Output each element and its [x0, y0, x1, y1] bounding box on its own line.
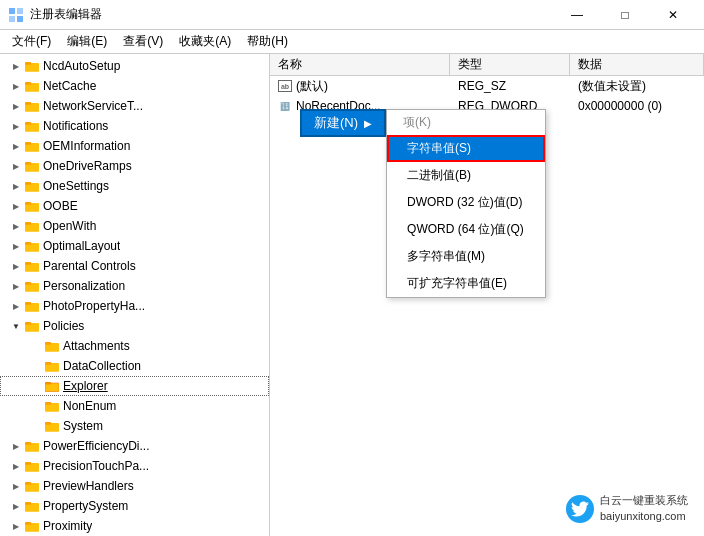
svg-rect-27 [25, 282, 31, 285]
tree-item-label: OOBE [43, 199, 78, 213]
tree-arrow [28, 358, 44, 374]
col-type: 类型 [450, 54, 570, 75]
tree-item[interactable]: ▶ OOBE [0, 196, 269, 216]
tree-item[interactable]: ▶ Parental Controls [0, 256, 269, 276]
window-title: 注册表编辑器 [30, 6, 554, 23]
tree-arrow: ▶ [8, 278, 24, 294]
tree-arrow: ▶ [8, 498, 24, 514]
tree-item[interactable]: ▶ OneDriveRamps [0, 156, 269, 176]
reg-icon: 🔢 [278, 100, 292, 112]
tree-item-label: PreviewHandlers [43, 479, 134, 493]
svg-rect-29 [25, 302, 31, 305]
tree-scroll[interactable]: ▶ NcdAutoSetup▶ NetCache▶ NetworkService… [0, 54, 269, 536]
svg-rect-11 [25, 122, 31, 125]
tree-item[interactable]: ▶ Personalization [0, 276, 269, 296]
folder-icon [24, 259, 40, 273]
tree-item[interactable]: ▶ OEMInformation [0, 136, 269, 156]
tree-item-label: System [63, 419, 103, 433]
tree-item-label: OpenWith [43, 219, 96, 233]
table-row[interactable]: ab(默认)REG_SZ(数值未设置) [270, 76, 704, 96]
tree-arrow: ▶ [8, 298, 24, 314]
tree-item[interactable]: System [0, 416, 269, 436]
tree-item[interactable]: ▶ PropertySystem [0, 496, 269, 516]
tree-arrow: ▶ [8, 238, 24, 254]
tree-item[interactable]: ▶ PrecisionTouchPa... [0, 456, 269, 476]
tree-item[interactable]: DataCollection [0, 356, 269, 376]
col-data: 数据 [570, 54, 704, 75]
folder-icon [24, 499, 40, 513]
main-layout: ▶ NcdAutoSetup▶ NetCache▶ NetworkService… [0, 54, 704, 536]
svg-rect-23 [25, 242, 31, 245]
menu-edit[interactable]: 编辑(E) [59, 31, 115, 52]
tree-item[interactable]: NonEnum [0, 396, 269, 416]
svg-rect-3 [17, 16, 23, 22]
maximize-button[interactable]: □ [602, 0, 648, 30]
folder-icon [24, 199, 40, 213]
folder-icon [44, 419, 60, 433]
folder-icon [24, 119, 40, 133]
svg-rect-0 [9, 8, 15, 14]
svg-rect-21 [25, 222, 31, 225]
title-bar: 注册表编辑器 — □ ✕ [0, 0, 704, 30]
tree-item[interactable]: ▶ OneSettings [0, 176, 269, 196]
menu-file[interactable]: 文件(F) [4, 31, 59, 52]
folder-icon [24, 239, 40, 253]
tree-item[interactable]: ▶ PreviewHandlers [0, 476, 269, 496]
tree-item[interactable]: ▶ OptimalLayout [0, 236, 269, 256]
tree-item[interactable]: Attachments [0, 336, 269, 356]
menu-favorites[interactable]: 收藏夹(A) [171, 31, 239, 52]
folder-icon [24, 139, 40, 153]
svg-rect-9 [25, 102, 31, 105]
folder-icon [24, 279, 40, 293]
tree-item[interactable]: ▼ Policies [0, 316, 269, 336]
tree-item[interactable]: ▶ NetworkServiceT... [0, 96, 269, 116]
tree-arrow: ▼ [8, 318, 24, 334]
menu-bar: 文件(F) 编辑(E) 查看(V) 收藏夹(A) 帮助(H) [0, 30, 704, 54]
table-row[interactable]: 🔢NoRecentDoc...REG_DWORD0x00000000 (0) [270, 96, 704, 116]
svg-rect-37 [45, 382, 51, 385]
tree-arrow: ▶ [8, 218, 24, 234]
tree-item-label: Parental Controls [43, 259, 136, 273]
svg-rect-1 [17, 8, 23, 14]
tree-item-label: OneDriveRamps [43, 159, 132, 173]
tree-item[interactable]: ▶ PowerEfficiencyDi... [0, 436, 269, 456]
watermark: 白云一键重装系统 baiyunxitong.com [558, 489, 696, 528]
tree-item[interactable]: ▶ PhotoPropertyHa... [0, 296, 269, 316]
folder-icon [44, 399, 60, 413]
svg-rect-50 [25, 502, 31, 505]
tree-item[interactable]: ▶ OpenWith [0, 216, 269, 236]
tree-item-label: OEMInformation [43, 139, 130, 153]
tree-item-label: PrecisionTouchPa... [43, 459, 149, 473]
svg-rect-25 [25, 262, 31, 265]
reg-icon: ab [278, 80, 292, 92]
watermark-text: 白云一键重装系统 baiyunxitong.com [600, 493, 688, 524]
tree-item[interactable]: ▶ NetCache [0, 76, 269, 96]
watermark-line1: 白云一键重装系统 [600, 493, 688, 508]
folder-icon [24, 479, 40, 493]
svg-rect-17 [25, 182, 31, 185]
svg-rect-33 [45, 342, 51, 345]
svg-rect-31 [25, 322, 31, 325]
svg-rect-44 [25, 442, 31, 445]
svg-rect-2 [9, 16, 15, 22]
tree-item[interactable]: ▶ NcdAutoSetup [0, 56, 269, 76]
tree-item[interactable]: ▶ Notifications [0, 116, 269, 136]
folder-icon [44, 359, 60, 373]
close-button[interactable]: ✕ [650, 0, 696, 30]
menu-view[interactable]: 查看(V) [115, 31, 171, 52]
minimize-button[interactable]: — [554, 0, 600, 30]
tree-arrow: ▶ [8, 518, 24, 534]
tree-arrow: ▶ [8, 58, 24, 74]
tree-item[interactable]: Explorer [0, 376, 269, 396]
folder-icon [24, 319, 40, 333]
menu-help[interactable]: 帮助(H) [239, 31, 296, 52]
tree-item-label: Explorer [63, 379, 108, 393]
tree-arrow [28, 338, 44, 354]
tree-arrow: ▶ [8, 478, 24, 494]
svg-rect-13 [25, 142, 31, 145]
folder-icon [24, 519, 40, 533]
tree-item-label: Proximity [43, 519, 92, 533]
tree-arrow: ▶ [8, 158, 24, 174]
tree-item[interactable]: ▶ Proximity [0, 516, 269, 536]
tree-arrow: ▶ [8, 78, 24, 94]
